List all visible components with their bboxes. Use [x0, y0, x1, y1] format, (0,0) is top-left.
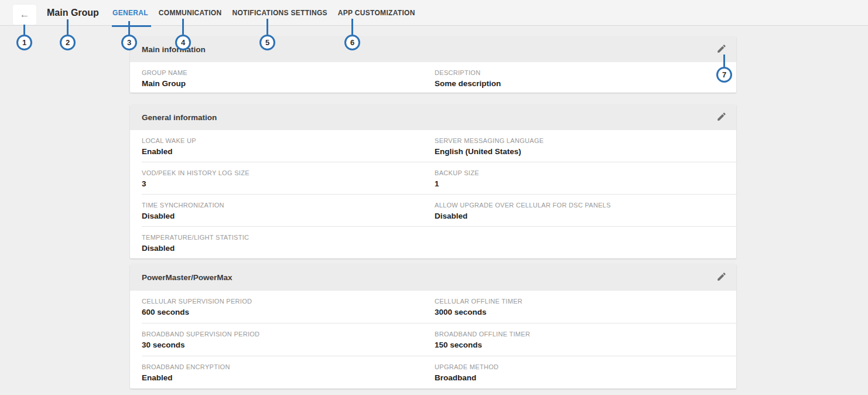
- card-title: PowerMaster/PowerMax: [142, 264, 233, 291]
- field-label: VOD/PEEK IN HISTORY LOG SIZE: [142, 169, 435, 177]
- field-label: GROUP NAME: [142, 69, 435, 77]
- field-label: BROADBAND OFFLINE TIMER: [435, 331, 725, 338]
- field-label: LOCAL WAKE UP: [142, 137, 435, 145]
- main-information-card: Main information GROUP NAME Main Group D…: [130, 36, 736, 93]
- callout-line-2: [67, 19, 69, 35]
- table-row: VOD/PEEK IN HISTORY LOG SIZE 3 BACKUP SI…: [130, 162, 736, 194]
- card-title: General information: [142, 104, 217, 130]
- edit-general-information-button[interactable]: [714, 110, 729, 125]
- field-value: 3000 seconds: [435, 308, 725, 317]
- callout-line-5: [266, 19, 268, 35]
- vod-peek-history-log-size-field: VOD/PEEK IN HISTORY LOG SIZE 3: [142, 169, 435, 194]
- field-value: Disabled: [435, 212, 725, 221]
- cellular-offline-timer-field: CELLULAR OFFLINE TIMER 3000 seconds: [435, 298, 725, 323]
- general-information-card: General information LOCAL WAKE UP Enable…: [130, 104, 736, 258]
- table-row: GROUP NAME Main Group DESCRIPTION Some d…: [130, 62, 736, 93]
- empty-field: [435, 234, 725, 258]
- field-value: 30 seconds: [142, 340, 435, 350]
- callout-4: 4: [175, 35, 191, 50]
- callout-line-7: [723, 55, 725, 67]
- callout-number: 7: [722, 70, 726, 79]
- callout-number: 6: [350, 38, 354, 47]
- field-value: Broadband: [435, 373, 725, 383]
- field-label: TIME SYNCHRONIZATION: [142, 202, 435, 209]
- callout-number: 3: [127, 38, 131, 47]
- callout-3: 3: [121, 35, 137, 50]
- callout-number: 1: [22, 38, 26, 47]
- tab-notifications-settings[interactable]: NOTIFICATIONS SETTINGS: [232, 0, 327, 25]
- field-value: Enabled: [142, 147, 435, 156]
- back-button[interactable]: ←: [13, 5, 36, 25]
- field-value: Disabled: [142, 244, 435, 253]
- callout-2: 2: [60, 35, 76, 50]
- field-label: CELLULAR SUPERVISION PERIOD: [142, 298, 435, 305]
- tab-general[interactable]: GENERAL: [112, 0, 148, 25]
- pencil-icon: [716, 271, 727, 284]
- back-arrow-icon: ←: [20, 9, 30, 20]
- callout-number: 2: [66, 38, 70, 47]
- field-label: DESCRIPTION: [435, 69, 725, 77]
- cellular-supervision-period-field: CELLULAR SUPERVISION PERIOD 600 seconds: [142, 298, 435, 323]
- tab-communication[interactable]: COMMUNICATION: [159, 0, 222, 25]
- callout-line-1: [23, 25, 25, 35]
- field-value: Main Group: [142, 79, 435, 88]
- pencil-icon: [716, 43, 727, 56]
- main-information-card-header: Main information: [130, 36, 736, 62]
- upgrade-method-field: UPGRADE METHOD Broadband: [435, 363, 725, 389]
- field-label: BROADBAND SUPERVISION PERIOD: [142, 331, 435, 338]
- table-row: LOCAL WAKE UP Enabled SERVER MESSAGING L…: [130, 130, 736, 162]
- time-synchronization-field: TIME SYNCHRONIZATION Disabled: [142, 202, 435, 226]
- broadband-offline-timer-field: BROADBAND OFFLINE TIMER 150 seconds: [435, 331, 725, 356]
- backup-size-field: BACKUP SIZE 1: [435, 169, 725, 194]
- temperature-light-statistic-field: TEMPERATURE/LIGHT STATISTIC Disabled: [142, 234, 435, 258]
- group-name-field: GROUP NAME Main Group: [142, 69, 435, 93]
- field-value: 150 seconds: [435, 340, 725, 350]
- callout-6: 6: [344, 35, 360, 50]
- field-value: Enabled: [142, 373, 435, 383]
- field-value: 3: [142, 179, 435, 189]
- field-label: CELLULAR OFFLINE TIMER: [435, 298, 725, 305]
- callout-line-3: [128, 21, 130, 35]
- field-value: 600 seconds: [142, 308, 435, 317]
- page-title: Main Group: [47, 0, 99, 25]
- card-title: Main information: [142, 36, 206, 62]
- tab-app-customization[interactable]: APP CUSTOMIZATION: [338, 0, 415, 25]
- tab-bar: GENERAL COMMUNICATION NOTIFICATIONS SETT…: [112, 0, 415, 25]
- powermaster-powermax-card-header: PowerMaster/PowerMax: [130, 264, 736, 291]
- pencil-icon: [716, 111, 727, 124]
- description-field: DESCRIPTION Some description: [435, 69, 725, 93]
- local-wake-up-field: LOCAL WAKE UP Enabled: [142, 137, 435, 162]
- allow-upgrade-over-cellular-field: ALLOW UPGRADE OVER CELLULAR FOR DSC PANE…: [435, 202, 725, 226]
- field-label: UPGRADE METHOD: [435, 363, 725, 371]
- callout-line-4: [182, 19, 184, 35]
- broadband-encryption-field: BROADBAND ENCRYPTION Enabled: [142, 363, 435, 389]
- table-row: BROADBAND ENCRYPTION Enabled UPGRADE MET…: [130, 356, 736, 389]
- callout-7: 7: [716, 67, 732, 83]
- broadband-supervision-period-field: BROADBAND SUPERVISION PERIOD 30 seconds: [142, 331, 435, 356]
- header-bar: ← Main Group GENERAL COMMUNICATION NOTIF…: [0, 0, 868, 26]
- edit-main-information-button[interactable]: [714, 42, 729, 57]
- table-row: CELLULAR SUPERVISION PERIOD 600 seconds …: [130, 291, 736, 323]
- powermaster-powermax-card: PowerMaster/PowerMax CELLULAR SUPERVISIO…: [130, 264, 736, 389]
- callout-5: 5: [259, 35, 275, 50]
- active-tab-indicator: [112, 25, 151, 27]
- field-label: BACKUP SIZE: [435, 169, 725, 177]
- field-value: 1: [435, 179, 725, 189]
- field-value: Disabled: [142, 212, 435, 221]
- field-value: English (United States): [435, 147, 725, 156]
- callout-number: 4: [181, 38, 185, 47]
- table-row: BROADBAND SUPERVISION PERIOD 30 seconds …: [130, 324, 736, 356]
- server-messaging-language-field: SERVER MESSAGING LANGUAGE English (Unite…: [435, 137, 725, 162]
- field-label: SERVER MESSAGING LANGUAGE: [435, 137, 725, 145]
- field-label: BROADBAND ENCRYPTION: [142, 363, 435, 371]
- table-row: TEMPERATURE/LIGHT STATISTIC Disabled: [130, 227, 736, 258]
- field-label: ALLOW UPGRADE OVER CELLULAR FOR DSC PANE…: [435, 202, 725, 209]
- general-information-card-header: General information: [130, 104, 736, 130]
- table-row: TIME SYNCHRONIZATION Disabled ALLOW UPGR…: [130, 195, 736, 226]
- callout-1: 1: [16, 35, 32, 50]
- edit-powermaster-powermax-button[interactable]: [714, 270, 729, 285]
- field-value: Some description: [435, 79, 725, 88]
- callout-number: 5: [265, 38, 269, 47]
- field-label: TEMPERATURE/LIGHT STATISTIC: [142, 234, 435, 241]
- callout-line-6: [351, 19, 353, 35]
